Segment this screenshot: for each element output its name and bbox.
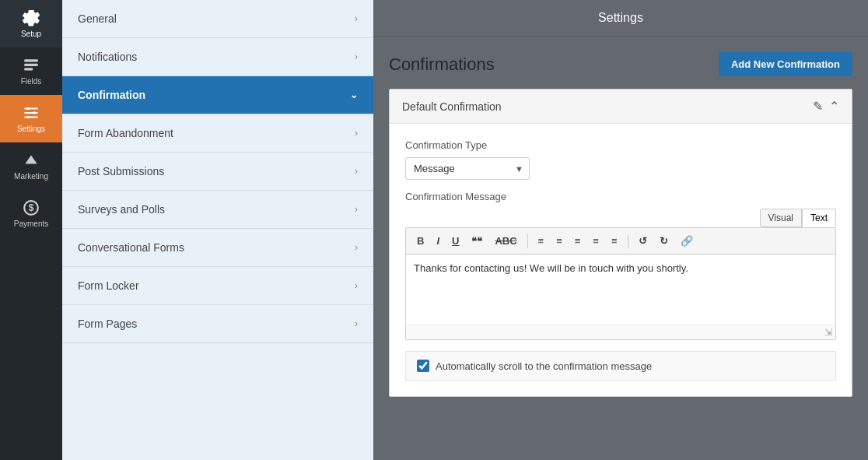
nav-item-form-locker[interactable]: Form Locker ›: [62, 267, 373, 305]
svg-rect-0: [24, 59, 38, 61]
confirmation-type-label: Confirmation Type: [405, 139, 836, 151]
toolbar-link[interactable]: 🔗: [676, 233, 698, 249]
confirmation-message-label: Confirmation Message: [405, 191, 836, 202]
add-new-confirmation-button[interactable]: Add New Confirmation: [719, 52, 852, 76]
svg-text:$: $: [29, 202, 34, 213]
chevron-right-icon: ›: [355, 242, 358, 253]
fields-label: Fields: [21, 77, 42, 86]
chevron-right-icon: ›: [355, 128, 358, 139]
nav-label-surveys-polls: Surveys and Polls: [78, 203, 165, 216]
toolbar-undo[interactable]: ↺: [634, 233, 652, 249]
nav-item-surveys-polls[interactable]: Surveys and Polls ›: [62, 191, 373, 229]
toolbar-separator-1: [527, 234, 528, 248]
collapse-icon[interactable]: ⌃: [829, 99, 839, 114]
sidebar-item-setup[interactable]: Setup: [0, 0, 62, 47]
settings-label: Settings: [17, 125, 45, 133]
chevron-right-icon: ›: [355, 13, 358, 24]
toolbar-strikethrough[interactable]: ABC: [490, 233, 521, 249]
toolbar-bold[interactable]: B: [412, 233, 429, 249]
toolbar-align-center[interactable]: ≡: [588, 233, 604, 249]
toolbar-separator-2: [628, 234, 628, 248]
nav-label-post-submissions: Post Submissions: [78, 165, 164, 177]
svg-rect-4: [33, 111, 35, 114]
nav-sidebar: General › Notifications › Confirmation ⌄…: [62, 0, 373, 460]
nav-item-conversational-forms[interactable]: Conversational Forms ›: [62, 229, 373, 267]
tab-text[interactable]: Text: [802, 209, 836, 227]
auto-scroll-checkbox[interactable]: [417, 360, 429, 372]
marketing-icon: [23, 152, 40, 169]
panel-header: Default Confirmation ✎ ⌃: [390, 90, 852, 124]
setup-label: Setup: [21, 30, 41, 38]
nav-item-form-pages[interactable]: Form Pages ›: [62, 305, 373, 343]
edit-icon[interactable]: ✎: [813, 99, 823, 114]
toolbar-ol[interactable]: ≡: [551, 233, 567, 249]
tab-visual[interactable]: Visual: [760, 209, 802, 227]
editor-tabs: Visual Text: [405, 209, 836, 227]
editor-resize-handle: ⇲: [406, 325, 835, 339]
nav-item-notifications[interactable]: Notifications ›: [62, 38, 373, 76]
nav-label-form-pages: Form Pages: [78, 318, 137, 330]
nav-item-general[interactable]: General ›: [62, 0, 373, 38]
main-body: Confirmations Add New Confirmation Defau…: [373, 37, 868, 460]
chevron-right-icon: ›: [355, 280, 358, 291]
svg-rect-3: [27, 107, 30, 110]
nav-label-general: General: [78, 12, 117, 25]
confirmation-panel: Default Confirmation ✎ ⌃ Confirmation Ty…: [389, 89, 852, 397]
confirmations-heading: Confirmations Add New Confirmation: [389, 52, 852, 76]
editor-toolbar: B I U ❝❝ ABC ≡ ≡ ≡ ≡ ≡ ↺: [406, 228, 835, 255]
sidebar-item-fields[interactable]: Fields: [0, 47, 62, 95]
chevron-right-icon: ›: [355, 318, 358, 329]
marketing-label: Marketing: [14, 172, 48, 181]
chevron-down-icon: ⌄: [350, 90, 358, 100]
panel-header-actions: ✎ ⌃: [813, 99, 839, 114]
svg-rect-5: [27, 116, 30, 118]
settings-icon: [23, 104, 40, 121]
resize-icon[interactable]: ⇲: [824, 327, 832, 338]
toolbar-align-right[interactable]: ≡: [607, 233, 622, 249]
sidebar-item-marketing[interactable]: Marketing: [0, 142, 62, 190]
svg-rect-2: [24, 68, 33, 70]
nav-label-form-locker: Form Locker: [78, 279, 139, 292]
editor-content: Thanks for contacting us! We will be in …: [414, 262, 688, 274]
nav-label-notifications: Notifications: [78, 51, 137, 63]
svg-rect-1: [24, 64, 38, 66]
payments-icon: $: [23, 199, 40, 216]
main-header: Settings: [373, 0, 868, 37]
confirmation-type-field: Confirmation Type Message Page Redirect …: [405, 139, 836, 180]
confirmation-type-select[interactable]: Message Page Redirect: [405, 157, 530, 180]
sidebar-item-settings[interactable]: Settings: [0, 95, 62, 142]
toolbar-redo[interactable]: ↻: [655, 233, 673, 249]
nav-label-conversational-forms: Conversational Forms: [78, 241, 184, 254]
sidebar-item-payments[interactable]: $ Payments: [0, 190, 62, 237]
toolbar-quote[interactable]: ❝❝: [467, 233, 487, 249]
toolbar-italic[interactable]: I: [432, 233, 444, 249]
panel-content: Confirmation Type Message Page Redirect …: [390, 124, 852, 396]
panel-header-title: Default Confirmation: [402, 100, 502, 113]
confirmation-type-select-wrapper: Message Page Redirect ▼: [405, 157, 530, 180]
setup-icon: [23, 9, 40, 26]
toolbar-underline[interactable]: U: [447, 233, 464, 249]
chevron-right-icon: ›: [355, 51, 358, 62]
nav-label-form-abandonment: Form Abandonment: [78, 127, 173, 139]
toolbar-ul[interactable]: ≡: [534, 233, 549, 249]
editor-wrapper: B I U ❝❝ ABC ≡ ≡ ≡ ≡ ≡ ↺: [405, 227, 836, 340]
confirmation-message-field: Confirmation Message Visual Text B I U ❝…: [405, 191, 836, 340]
page-title: Settings: [598, 11, 643, 24]
nav-item-form-abandonment[interactable]: Form Abandonment ›: [62, 114, 373, 153]
toolbar-align-left[interactable]: ≡: [570, 233, 586, 249]
editor-body[interactable]: Thanks for contacting us! We will be in …: [406, 255, 835, 325]
nav-label-confirmation: Confirmation: [78, 89, 145, 101]
chevron-right-icon: ›: [355, 204, 358, 215]
fields-icon: [23, 57, 40, 74]
nav-item-post-submissions[interactable]: Post Submissions ›: [62, 153, 373, 191]
payments-label: Payments: [14, 219, 48, 228]
confirmations-title: Confirmations: [389, 54, 495, 75]
main-content: Settings Confirmations Add New Confirmat…: [373, 0, 868, 460]
auto-scroll-label: Automatically scroll to the confirmation…: [436, 360, 652, 372]
auto-scroll-row: Automatically scroll to the confirmation…: [405, 351, 836, 381]
icon-sidebar: Setup Fields Settings Marketing $ Paymen…: [0, 0, 62, 460]
nav-item-confirmation[interactable]: Confirmation ⌄: [62, 76, 373, 114]
chevron-right-icon: ›: [355, 166, 358, 177]
